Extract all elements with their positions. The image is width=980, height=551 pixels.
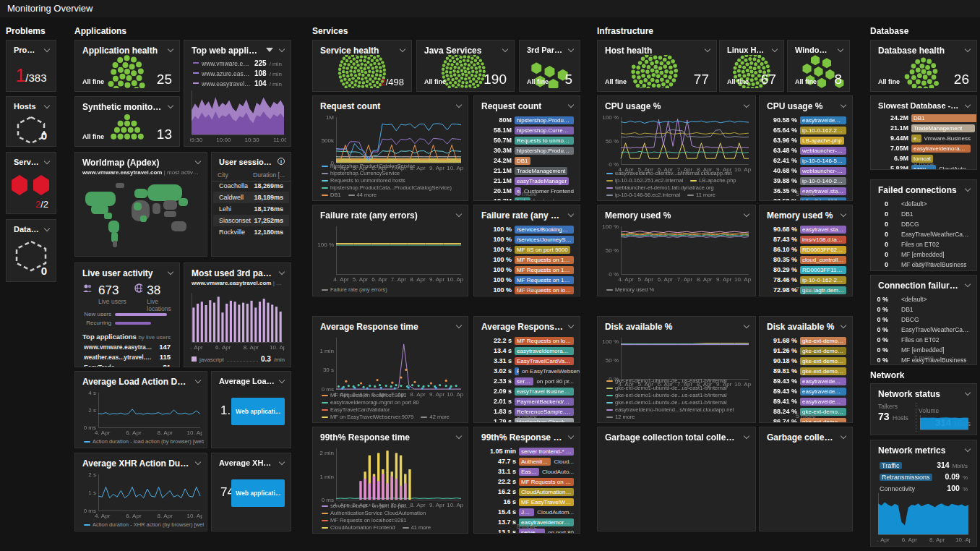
info-icon[interactable]: i: [278, 158, 285, 165]
plain-row[interactable]: 0EasyTravelWeatherCache: [872, 229, 975, 239]
metric-row[interactable]: 89.41 %easytraveldemo-back...: [761, 396, 851, 406]
filter-icon[interactable]: [266, 48, 273, 52]
metric-row[interactable]: 22.2 sMF Requests on localhost:9281: [476, 336, 578, 346]
metric-row[interactable]: 62.41 %ip-10-0-146-56.ec2.int...: [761, 155, 851, 166]
chevron-down-icon[interactable]: [744, 102, 749, 108]
chevron-down-icon[interactable]: [705, 46, 710, 52]
chevron-down-icon[interactable]: [168, 103, 173, 108]
chevron-down-icon[interactable]: [568, 211, 574, 217]
tile-application-health[interactable]: Application health All fine 25: [74, 40, 180, 92]
chevron-down-icon[interactable]: [744, 323, 749, 328]
tile-user-sessions[interactable]: User sessions qu... i CityDuration [... …: [211, 152, 291, 257]
metric-row[interactable]: 89.81 %gke-ext-demo1-ubunt...: [761, 366, 851, 376]
chevron-down-icon[interactable]: [841, 433, 846, 439]
metric-row[interactable]: 7.05Measytraveldemoragirdb: [872, 143, 975, 153]
chevron-down-icon[interactable]: [168, 46, 173, 52]
tile-live-user-activity[interactable]: Live user activity 673Live users 38Live …: [74, 262, 180, 367]
chevron-down-icon[interactable]: [456, 211, 462, 217]
metric-row[interactable]: 2.09 seasyTravel Business Backend: [476, 386, 578, 396]
plain-row[interactable]: 0 %<default>: [872, 294, 975, 304]
tile-worldmap[interactable]: Worldmap (Apdex) www.vmware.easytravel.c…: [74, 152, 207, 257]
plain-row[interactable]: 0<default>: [872, 199, 975, 209]
metric-row[interactable]: 15.4 sJourneyService CloudAutom...: [476, 507, 578, 517]
metric-row[interactable]: 50.7MRequests to unmonitored hosts: [476, 135, 578, 145]
tile-99th-response-list[interactable]: 99th% Response time 1.05 minserver front…: [473, 427, 580, 534]
tile-99th-response-chart[interactable]: 99th% Response time server frontend-* on…: [312, 427, 468, 534]
traffic-row[interactable]: www.vmware.easytravel.com225/ min: [186, 58, 289, 68]
tile-disk-available-chart[interactable]: Disk available % gke-ext-demo1-ubuntu-de…: [597, 316, 756, 423]
metric-row[interactable]: 91.68 %gke-ext-demo1-ubunt...: [761, 336, 851, 346]
metric-row[interactable]: 100 %/services/BookingService/ on g...: [476, 224, 578, 234]
plain-row[interactable]: 0 %MF [embedded]: [872, 345, 975, 355]
tile-top-web-applications[interactable]: Top web applications www.vmware.easytrav…: [184, 40, 291, 147]
table-row[interactable]: Caldwell18,189ms: [213, 192, 289, 203]
plain-row[interactable]: 0DBCG: [872, 219, 975, 229]
tile-memory-used-chart[interactable]: Memory used % Memory used %: [597, 205, 756, 296]
tile-network-status[interactable]: Network status Talkers 73 Hosts Volume 3…: [870, 383, 977, 435]
plain-row[interactable]: 0 %DB1: [872, 304, 975, 315]
metric-row[interactable]: 80.35 %cloud_controller_work...: [761, 255, 851, 265]
tile-slowest-database[interactable]: Slowest Database - 99th... 24.2MDB121.1M…: [870, 95, 977, 170]
chevron-down-icon[interactable]: [965, 186, 971, 192]
plain-row[interactable]: 0 %EasyTravelWeatherCache: [872, 325, 975, 335]
chevron-down-icon[interactable]: [400, 46, 405, 52]
chevron-down-icon[interactable]: [568, 102, 574, 108]
chevron-down-icon[interactable]: [44, 46, 50, 52]
apps-row[interactable]: weather.eas...ytravel.com115: [77, 351, 178, 362]
metric-row[interactable]: 1.05 minserver frontend-* on port 80...: [476, 446, 578, 456]
chevron-down-icon[interactable]: [965, 446, 971, 452]
traffic-row[interactable]: www.easytravel.com104/ min: [186, 78, 289, 88]
table-row[interactable]: Lehi18,176ms: [213, 203, 289, 215]
chevron-down-icon[interactable]: [841, 323, 846, 328]
tile-problems[interactable]: Problems 1/383: [6, 40, 56, 92]
tile-windows-hosts[interactable]: Windows H... All fine 8: [787, 40, 850, 92]
tile-gc-list[interactable]: Garbage collection to...: [759, 427, 853, 531]
chevron-down-icon[interactable]: [195, 377, 201, 383]
tile-failure-rate-list[interactable]: Failure rate (any errors) 100 %/services…: [473, 205, 580, 296]
table-row[interactable]: Coachella18,269ms: [213, 180, 289, 192]
tile-request-count-list[interactable]: Request count 80Mhipstershop.ProductCata…: [473, 95, 580, 201]
metric-row[interactable]: 40.68 %weblauncher-demo.c...: [761, 166, 851, 176]
tile-avg-response-list[interactable]: Average Response time 22.2 sMF Requests …: [473, 316, 580, 423]
tile-network-metrics[interactable]: Network metrics Traffic314Mbit/sRetransm…: [870, 440, 977, 547]
net-row[interactable]: Retransmissions0.09%: [872, 471, 975, 482]
metric-row[interactable]: 91.26 %gke-ext-demo1-ubunt...: [761, 346, 851, 356]
chevron-down-icon[interactable]: [44, 226, 50, 231]
metric-row[interactable]: 24.2MDB1: [872, 113, 975, 123]
net-row[interactable]: Traffic314Mbit/s: [872, 459, 975, 471]
world-map[interactable]: [79, 179, 202, 253]
metric-row[interactable]: 21.1MeasyTradeManager: [476, 176, 578, 186]
plain-row[interactable]: 0TradeManagement: [872, 270, 975, 271]
tile-avg-xhr-action-chart[interactable]: Average XHR Action Duration Action durat…: [74, 453, 207, 531]
metric-row[interactable]: 31.1 sEasytravelService CloudAuto...: [476, 466, 578, 477]
metric-row[interactable]: 80Mhipstershop.ProductCatalogSe...: [476, 115, 578, 125]
chevron-down-icon[interactable]: [841, 211, 846, 217]
metric-row[interactable]: 16.2 sCloudAutomation Frontend: [476, 487, 578, 497]
plain-row[interactable]: 0MF [embedded]: [872, 249, 975, 260]
tile-gc-chart[interactable]: Garbage collection total collection time: [597, 427, 756, 531]
metric-row[interactable]: 87.43 %lmsrv108.d.lab.dynatr...: [761, 234, 851, 244]
chevron-down-icon[interactable]: [456, 102, 462, 108]
metric-row[interactable]: 86.10 %RD0003FF6271CF: [761, 244, 851, 255]
tile-avg-response-chart[interactable]: Average Response time MF Requests on loc…: [312, 316, 468, 423]
metric-row[interactable]: 3.31 sEasyTravelCardValidator: [476, 356, 578, 366]
metric-row[interactable]: 58.1Mhipstershop.CurrencyService: [476, 125, 578, 135]
metric-row[interactable]: 65.64 %ip-10-0-162-251.ec2.int...: [761, 125, 851, 135]
chevron-down-icon[interactable]: [568, 46, 574, 52]
metric-row[interactable]: 100 %/services/JourneyService/ on go...: [476, 234, 578, 244]
apps-row[interactable]: www.vmware.easytravel.com147: [77, 341, 178, 351]
web-application-button[interactable]: Web applicati...: [231, 398, 285, 425]
tile-most-used-3rd-parties[interactable]: Most used 3rd parties www.vmware.easytra…: [184, 262, 291, 367]
metric-row[interactable]: 2.01 sPaymentBackend/PaymentPag...: [476, 396, 578, 406]
tile-failure-rate-chart[interactable]: Failure rate (any errors) Failure rate (…: [312, 205, 468, 296]
metric-row[interactable]: 21.1MTradeManagement: [476, 166, 578, 176]
chevron-down-icon[interactable]: [502, 46, 508, 52]
tile-avg-xhr-single[interactable]: Average XHR Ac... 744ms Web applicati...: [211, 453, 291, 531]
chevron-down-icon[interactable]: [965, 102, 971, 108]
metric-row[interactable]: 24.2MDB1: [476, 155, 578, 166]
metric-row[interactable]: 47.7 sAuthenticationService Cloud...: [476, 456, 578, 466]
metric-row[interactable]: 100 %MF Requests on 192.168.83.245:25: [476, 265, 578, 275]
chevron-down-icon[interactable]: [279, 377, 285, 383]
chevron-down-icon[interactable]: [44, 103, 50, 108]
tile-java-services[interactable]: Java Services All fine 190: [416, 40, 515, 92]
